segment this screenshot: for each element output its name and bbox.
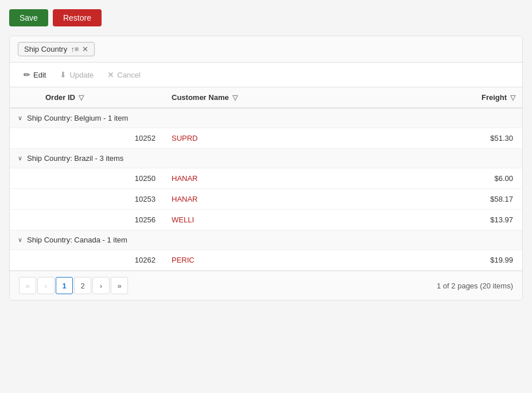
cell-customer-0-0: SUPRD [165, 128, 419, 148]
table-row[interactable]: 10252 SUPRD $51.30 [10, 128, 522, 149]
col-header-customer-name: Customer Name ▽ [165, 87, 419, 107]
table-row[interactable]: 10262 PERIC $19.99 [10, 250, 522, 271]
chevron-icon-0[interactable]: ∨ [18, 114, 22, 122]
cell-expand-2-0 [10, 250, 38, 270]
update-button: ⬇ Update [54, 67, 99, 82]
cell-expand-0-0 [10, 128, 38, 148]
cell-freight-1-1: $58.17 [419, 189, 522, 209]
group-label-1: Ship Country: Brazil - 3 items [27, 154, 123, 163]
restore-button[interactable]: Restore [53, 9, 102, 26]
cancel-icon: ✕ [107, 70, 114, 79]
cell-freight-0-0: $51.30 [419, 128, 522, 148]
first-page-button[interactable]: « [19, 277, 36, 294]
group-row-0: ∨ Ship Country: Belgium - 1 item [10, 109, 522, 128]
cell-customer-1-2: WELLI [165, 210, 419, 230]
group-row-1: ∨ Ship Country: Brazil - 3 items [10, 149, 522, 168]
cancel-label: Cancel [117, 71, 140, 79]
cell-order-id-1-0: 10250 [38, 168, 165, 188]
page-wrapper: Save Restore Ship Country ↑≡ ✕ ✏ Edit ⬇ … [0, 0, 532, 393]
cell-order-id-1-1: 10253 [38, 189, 165, 209]
next-page-button[interactable]: › [92, 277, 110, 294]
chevron-icon-1[interactable]: ∨ [18, 155, 22, 162]
col-header-order-id: Order ID ▽ [38, 87, 165, 107]
action-bar: ✏ Edit ⬇ Update ✕ Cancel [10, 63, 522, 87]
cell-order-id-1-2: 10256 [38, 210, 165, 230]
save-button[interactable]: Save [9, 9, 48, 26]
edit-label: Edit [33, 71, 46, 79]
grid-footer: « ‹ 1 2 › » 1 of 2 pages (20 items) [10, 271, 522, 300]
table-row[interactable]: 10253 HANAR $58.17 [10, 189, 522, 210]
group-tag-ship-country[interactable]: Ship Country ↑≡ ✕ [18, 42, 95, 56]
cell-expand-1-1 [10, 189, 38, 209]
update-label: Update [69, 71, 94, 79]
cell-expand-1-0 [10, 168, 38, 188]
table-row[interactable]: 10250 HANAR $6.00 [10, 168, 522, 189]
group-label-2: Ship Country: Canada - 1 item [27, 236, 127, 244]
cell-order-id-2-0: 10262 [38, 250, 165, 270]
group-row-2: ∨ Ship Country: Canada - 1 item [10, 230, 522, 250]
grid-body: ∨ Ship Country: Belgium - 1 item 10252 S… [10, 109, 522, 271]
toolbar: Save Restore [9, 9, 523, 26]
table-row[interactable]: 10256 WELLI $13.97 [10, 210, 522, 230]
chevron-icon-2[interactable]: ∨ [18, 236, 22, 244]
filter-icon-order-id[interactable]: ▽ [79, 94, 84, 102]
cell-customer-1-1: HANAR [165, 189, 419, 209]
sort-icon: ↑≡ [71, 45, 79, 53]
cell-order-id-0-0: 10252 [38, 128, 165, 148]
col-label-customer-name: Customer Name [172, 93, 229, 102]
page-1-button[interactable]: 1 [56, 277, 73, 294]
filter-icon-customer-name[interactable]: ▽ [232, 94, 238, 102]
cell-customer-1-0: HANAR [165, 168, 419, 188]
cell-freight-1-2: $13.97 [419, 210, 522, 230]
col-header-freight: Freight ▽ [419, 87, 522, 107]
group-tag-bar: Ship Country ↑≡ ✕ [10, 36, 522, 63]
cell-freight-1-0: $6.00 [419, 168, 522, 188]
page-2-button[interactable]: 2 [74, 277, 91, 294]
pagination: « ‹ 1 2 › » [19, 277, 128, 294]
page-info: 1 of 2 pages (20 items) [437, 282, 513, 290]
grid-header: Order ID ▽ Customer Name ▽ Freight ▽ [10, 87, 522, 109]
edit-icon: ✏ [24, 70, 30, 79]
prev-page-button[interactable]: ‹ [37, 277, 55, 294]
last-page-button[interactable]: » [111, 277, 128, 294]
close-tag-icon[interactable]: ✕ [82, 45, 88, 53]
col-label-order-id: Order ID [45, 93, 75, 102]
cancel-button: ✕ Cancel [102, 67, 146, 82]
grid-container: Ship Country ↑≡ ✕ ✏ Edit ⬇ Update ✕ Canc… [9, 36, 523, 300]
group-label-0: Ship Country: Belgium - 1 item [27, 114, 128, 122]
col-header-expand [10, 87, 38, 107]
group-tag-label: Ship Country [24, 45, 67, 53]
update-icon: ⬇ [60, 70, 67, 79]
cell-customer-2-0: PERIC [165, 250, 419, 270]
cell-expand-1-2 [10, 210, 38, 230]
filter-icon-freight[interactable]: ▽ [510, 94, 515, 102]
edit-button[interactable]: ✏ Edit [18, 67, 52, 82]
col-label-freight: Freight [481, 93, 507, 102]
cell-freight-2-0: $19.99 [419, 250, 522, 270]
